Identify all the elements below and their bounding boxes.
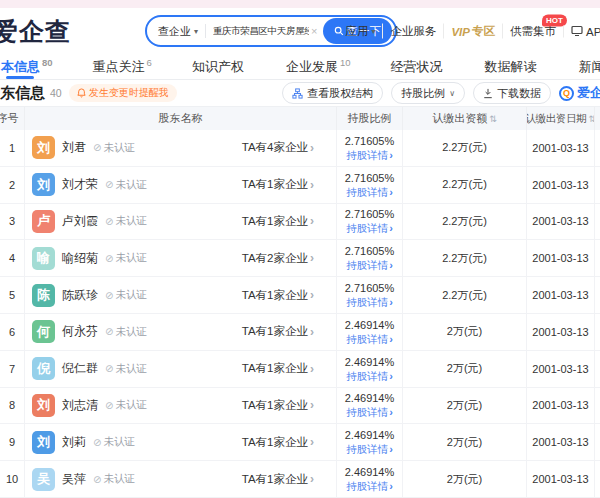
shareholder-identity: 刘 刘志清 ⊘ 未认证 xyxy=(32,394,147,417)
date-cell: 2001-03-13 xyxy=(527,314,595,350)
shareholder-name-link[interactable]: 卢刘霞 xyxy=(62,213,98,230)
amount-cell: 2万(元) xyxy=(403,388,527,424)
tab-key-focus[interactable]: 重点关注6 xyxy=(93,54,152,79)
search-category-label: 查企业 xyxy=(158,24,191,39)
shareholder-name-link[interactable]: 陈跃珍 xyxy=(62,287,98,304)
nav-app-download[interactable]: APP xyxy=(563,25,600,37)
holding-detail-link[interactable]: 持股详情 › xyxy=(346,405,393,419)
ratio-value: 2.71605% xyxy=(345,281,395,295)
shareholder-name-link[interactable]: 倪仁群 xyxy=(62,360,98,377)
search-input[interactable] xyxy=(213,26,309,37)
nav-vip-zone[interactable]: VIP 专区 xyxy=(443,24,502,39)
shareholder-name-link[interactable]: 刘志清 xyxy=(62,397,98,414)
tab-data-interpretation[interactable]: 数据解读 xyxy=(484,54,538,79)
ratio-filter-dropdown[interactable]: 持股比例 ∨ xyxy=(391,82,465,104)
table-row: 8 刘 刘志清 ⊘ 未认证 TA有1家企业 › 2.46914% 持股详情 › … xyxy=(0,388,600,425)
shareholder-name-link[interactable]: 吴萍 xyxy=(62,471,86,488)
unverified-badge: ⊘ 未认证 xyxy=(105,398,147,412)
holding-detail-link[interactable]: 持股详情 › xyxy=(346,221,393,235)
chevron-right-icon: › xyxy=(310,362,314,376)
unverified-label: 未认证 xyxy=(103,472,135,486)
tab-label: 新闻资讯 xyxy=(578,58,600,76)
nav-supply-market[interactable]: 供需集市 HOT xyxy=(502,24,563,39)
shareholder-name-link[interactable]: 喻绍菊 xyxy=(62,250,98,267)
holding-detail-link[interactable]: 持股详情 › xyxy=(346,185,393,199)
holding-detail-link[interactable]: 持股详情 › xyxy=(346,332,393,346)
sort-icon[interactable]: ⇅ xyxy=(588,114,595,124)
table-row: 10 吴 吴萍 ⊘ 未认证 TA有1家企业 › 2.46914% 持股详情 › … xyxy=(0,461,600,498)
avatar: 喻 xyxy=(32,247,55,270)
shareholder-name-link[interactable]: 刘才荣 xyxy=(62,176,98,193)
change-notify-badge[interactable]: 发生变更时提醒我 xyxy=(69,84,177,102)
nav-app-label: APP xyxy=(586,25,600,37)
header: 爱企查 查企业 ▾ × 查一下 应用 ▾ 企业服务 VIP xyxy=(0,8,600,54)
download-data-button[interactable]: 下载数据 xyxy=(473,82,551,104)
related-companies-link[interactable]: TA有2家企业 › xyxy=(242,251,314,266)
avatar: 刘 xyxy=(32,431,55,454)
ratio-value: 2.71605% xyxy=(345,207,395,221)
section-header: 东信息 40 发生变更时提醒我 查看股权结构 持股比例 ∨ 下载数据 Q 爱企查 xyxy=(0,80,600,106)
holding-detail-link[interactable]: 持股详情 › xyxy=(346,148,393,162)
amount-cell: 2万(元) xyxy=(403,351,527,387)
aiqicha-logo[interactable]: 爱企查 xyxy=(0,15,71,48)
row-index: 1 xyxy=(0,130,25,166)
ratio-cell: 2.71605% 持股详情 › xyxy=(337,130,403,166)
related-companies-link[interactable]: TA有1家企业 › xyxy=(242,214,314,229)
shareholder-name-link[interactable]: 刘莉 xyxy=(62,434,86,451)
aiqicha-q-icon: Q xyxy=(559,86,574,101)
avatar: 刘 xyxy=(32,173,55,196)
tab-news[interactable]: 新闻资讯 xyxy=(578,54,600,79)
sort-icon[interactable]: ⇅ xyxy=(489,114,497,124)
holding-detail-link[interactable]: 持股详情 › xyxy=(346,258,393,272)
nav-apps[interactable]: 应用 ▾ xyxy=(338,24,382,39)
chevron-down-icon: ▾ xyxy=(194,27,198,36)
tab-label: 数据解读 xyxy=(484,58,536,76)
unverified-badge: ⊘ 未认证 xyxy=(105,288,147,302)
unverified-badge: ⊘ 未认证 xyxy=(105,251,147,265)
tab-count: 80 xyxy=(42,57,53,68)
tab-company-development[interactable]: 企业发展10 xyxy=(286,54,351,79)
related-companies-link[interactable]: TA有1家企业 › xyxy=(242,398,314,413)
view-equity-structure-button[interactable]: 查看股权结构 xyxy=(282,82,383,104)
holding-detail-link[interactable]: 持股详情 › xyxy=(346,442,393,456)
chevron-right-icon: › xyxy=(310,288,314,302)
related-companies-link[interactable]: TA有1家企业 › xyxy=(242,324,314,339)
unverified-label: 未认证 xyxy=(103,141,135,155)
section-actions: 查看股权结构 持股比例 ∨ 下载数据 Q 爱企查 xyxy=(282,82,600,104)
nav-enterprise-services[interactable]: 企业服务 xyxy=(382,24,443,39)
promo-strip xyxy=(0,0,600,8)
related-companies-link[interactable]: TA有4家企业 › xyxy=(242,140,314,155)
ratio-value: 2.46914% xyxy=(345,465,395,479)
clear-icon[interactable]: × xyxy=(311,25,317,37)
related-companies-link[interactable]: TA有1家企业 › xyxy=(242,472,314,487)
chevron-right-icon: › xyxy=(310,325,314,339)
shareholder-identity: 何 何永芬 ⊘ 未认证 xyxy=(32,320,147,343)
tab-intellectual-property[interactable]: 知识产权 xyxy=(192,54,246,79)
amount-cell: 2.2万(元) xyxy=(403,277,527,313)
tab-operating-status[interactable]: 经营状况 xyxy=(390,54,444,79)
date-cell: 2001-03-13 xyxy=(527,277,595,313)
col-subscribed-date: 认缴出资日期⇅ xyxy=(527,107,595,130)
shareholder-name-link[interactable]: 何永芬 xyxy=(62,323,98,340)
related-companies-link[interactable]: TA有1家企业 › xyxy=(242,361,314,376)
related-companies-link[interactable]: TA有1家企业 › xyxy=(242,177,314,192)
holding-detail-link[interactable]: 持股详情 › xyxy=(346,369,393,383)
search-category-dropdown[interactable]: 查企业 ▾ xyxy=(158,24,198,39)
section-count: 40 xyxy=(50,87,62,99)
avatar: 吴 xyxy=(32,468,55,491)
holding-detail-link[interactable]: 持股详情 › xyxy=(346,295,393,309)
ratio-cell: 2.46914% 持股详情 › xyxy=(337,388,403,424)
download-icon xyxy=(483,88,493,99)
circle-slash-icon: ⊘ xyxy=(105,326,113,337)
related-companies-link[interactable]: TA有1家企业 › xyxy=(242,288,314,303)
ratio-cell: 2.71605% 持股详情 › xyxy=(337,240,403,276)
tab-basic-info[interactable]: 本信息80 xyxy=(1,54,53,79)
related-companies-link[interactable]: TA有1家企业 › xyxy=(242,435,314,450)
chevron-right-icon: › xyxy=(310,472,314,486)
shareholder-identity: 刘 刘君 ⊘ 未认证 xyxy=(32,136,135,159)
amount-cell: 2.2万(元) xyxy=(403,204,527,240)
ratio-value: 2.71605% xyxy=(345,171,395,185)
holding-detail-link[interactable]: 持股详情 › xyxy=(346,479,393,493)
shareholder-name-link[interactable]: 刘君 xyxy=(62,139,86,156)
tab-bar: 本信息80 重点关注6 知识产权 企业发展10 经营状况 数据解读 新闻资讯 xyxy=(0,54,600,80)
